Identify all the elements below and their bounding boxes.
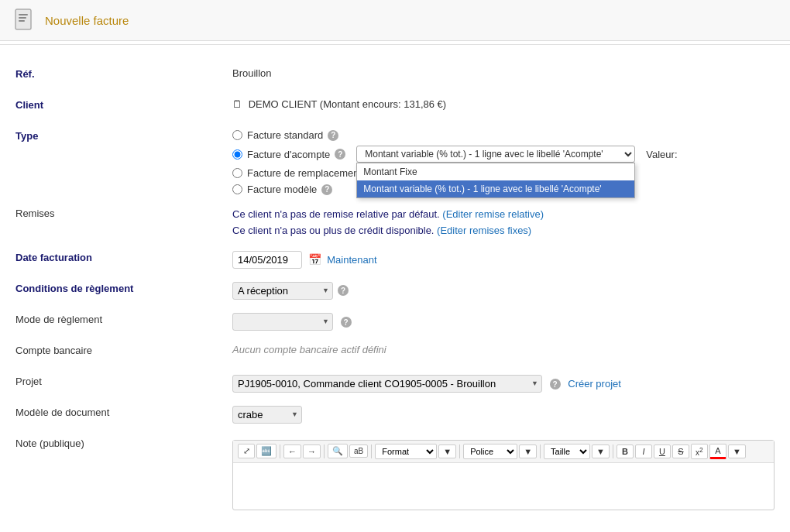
projet-label: Projet: [15, 372, 232, 387]
type-standard-label: Facture standard: [247, 129, 323, 141]
remises-line1-text: Ce client n'a pas de remise relative par…: [232, 208, 440, 220]
mode-help-icon[interactable]: ?: [341, 317, 352, 328]
facture-icon: [12, 8, 37, 33]
date-row: Date facturation 📅 Maintenant: [15, 249, 775, 270]
main-content: Réf. Brouillon Client 🗒 DEMO CLIENT (Mon…: [0, 53, 790, 532]
ref-label: Réf.: [15, 65, 232, 80]
underline-btn[interactable]: U: [654, 444, 671, 458]
date-input[interactable]: [232, 251, 302, 269]
remises-line1-link[interactable]: (Editer remise relative): [442, 208, 544, 220]
type-value: Facture standard ? Facture d'acompte ? M…: [232, 127, 775, 195]
remises-line1: Ce client n'a pas de remise relative par…: [232, 207, 775, 223]
conditions-row: Conditions de règlement A réception 30 j…: [15, 280, 775, 301]
bold-btn[interactable]: B: [617, 444, 634, 458]
font-color-btn[interactable]: A: [709, 444, 726, 459]
projet-select-container: PJ1905-0010, Commande client CO1905-0005…: [232, 375, 542, 393]
mode-select-container: Virement Chèque: [232, 313, 333, 331]
toolbar-sep-5: [540, 444, 541, 458]
type-standard-help-icon[interactable]: ?: [328, 130, 338, 141]
date-value: 📅 Maintenant: [232, 249, 775, 269]
type-acompte-label: Facture d'acompte: [247, 149, 330, 160]
acompte-popup-item-variable[interactable]: Montant variable (% tot.) - 1 ligne avec…: [357, 180, 634, 197]
italic-btn[interactable]: I: [635, 444, 652, 458]
remises-row: Remises Ce client n'a pas de remise rela…: [15, 204, 775, 239]
mode-row: Mode de règlement Virement Chèque ?: [15, 311, 775, 332]
format-select[interactable]: Format: [375, 444, 437, 459]
strike-btn[interactable]: S: [672, 444, 689, 458]
client-icon: 🗒: [232, 98, 242, 110]
type-modele-help-icon[interactable]: ?: [321, 184, 332, 195]
taille-select[interactable]: Taille: [544, 444, 590, 459]
note-editor: ⤢ 🔤 ← → 🔍 aB Format: [232, 440, 775, 510]
format-arrow-btn[interactable]: ▼: [438, 444, 456, 458]
client-value: 🗒 DEMO CLIENT (Montant encours: 131,86 €…: [232, 96, 775, 110]
client-text: DEMO CLIENT (Montant encours: 131,86 €): [249, 98, 447, 110]
taille-arrow-btn[interactable]: ▼: [592, 444, 610, 458]
editor-toolbar: ⤢ 🔤 ← → 🔍 aB Format: [233, 441, 774, 463]
conditions-select-container: A réception 30 jours 60 jours: [232, 282, 333, 300]
toolbar-sep-6: [613, 444, 613, 458]
modele-select[interactable]: crabe: [232, 406, 302, 424]
expand-btn[interactable]: ⤢: [238, 444, 255, 458]
superscript-btn[interactable]: x2: [691, 444, 708, 459]
replace-btn[interactable]: aB: [349, 444, 368, 458]
modele-doc-value: crabe: [232, 403, 775, 424]
spellcheck-btn[interactable]: 🔤: [256, 444, 276, 458]
conditions-select[interactable]: A réception 30 jours 60 jours: [232, 282, 333, 300]
maintenant-link[interactable]: Maintenant: [327, 254, 376, 266]
conditions-label: Conditions de règlement: [15, 280, 232, 294]
conditions-help-icon[interactable]: ?: [338, 285, 349, 296]
note-row: Note (publique) ⤢ 🔤 ← → 🔍 aB: [15, 434, 775, 510]
type-label: Type: [15, 127, 232, 142]
acompte-dropdown-popup: Montant Fixe Montant variable (% tot.) -…: [356, 163, 635, 198]
remises-value: Ce client n'a pas de remise relative par…: [232, 204, 775, 239]
mode-value: Virement Chèque ?: [232, 311, 775, 331]
compte-value: Aucun compte bancaire actif défini: [232, 342, 775, 355]
conditions-value: A réception 30 jours 60 jours ?: [232, 280, 775, 300]
type-standard-radio[interactable]: [232, 130, 242, 140]
calendar-icon[interactable]: 📅: [308, 253, 321, 266]
page-header: Nouvelle facture: [0, 0, 790, 41]
type-modele-label: Facture modèle: [247, 184, 317, 195]
acompte-select-wrapper: Montant Fixe Montant variable (% tot.) -…: [356, 146, 635, 163]
acompte-popup-item-fixe[interactable]: Montant Fixe: [357, 163, 634, 180]
acompte-dropdown-container: Montant Fixe Montant variable (% tot.) -…: [356, 146, 677, 163]
type-row: Type Facture standard ? Facture d'acompt…: [15, 127, 775, 195]
page-title: Nouvelle facture: [45, 14, 129, 27]
type-acompte-help-icon[interactable]: ?: [335, 149, 345, 160]
projet-select[interactable]: PJ1905-0010, Commande client CO1905-0005…: [232, 375, 542, 393]
undo-btn[interactable]: ←: [283, 444, 301, 458]
mode-select[interactable]: Virement Chèque: [232, 313, 333, 331]
projet-row: Projet PJ1905-0010, Commande client CO19…: [15, 372, 775, 394]
projet-value: PJ1905-0010, Commande client CO1905-0005…: [232, 372, 775, 393]
modele-select-container: crabe: [232, 406, 302, 424]
remises-line2-text: Ce client n'a pas ou plus de crédit disp…: [232, 225, 434, 236]
type-standard-row: Facture standard ?: [232, 129, 775, 141]
svg-rect-0: [15, 9, 31, 29]
client-label: Client: [15, 96, 232, 111]
type-acompte-radio[interactable]: [232, 149, 242, 160]
search-btn[interactable]: 🔍: [328, 444, 348, 458]
redo-btn[interactable]: →: [303, 444, 321, 458]
ref-row: Réf. Brouillon: [15, 65, 775, 87]
remises-line2: Ce client n'a pas ou plus de crédit disp…: [232, 223, 775, 239]
type-remplacement-label: Facture de remplacement: [247, 167, 362, 179]
mode-label: Mode de règlement: [15, 311, 232, 325]
creer-projet-link[interactable]: Créer projet: [568, 378, 621, 390]
type-remplacement-radio[interactable]: [232, 168, 242, 178]
type-radio-group: Facture standard ? Facture d'acompte ? M…: [232, 129, 775, 195]
acompte-select[interactable]: Montant Fixe Montant variable (% tot.) -…: [356, 146, 635, 163]
date-label: Date facturation: [15, 249, 232, 263]
police-arrow-btn[interactable]: ▼: [519, 444, 537, 458]
compte-label: Compte bancaire: [15, 342, 232, 356]
police-select[interactable]: Police: [463, 444, 517, 459]
toolbar-sep-2: [324, 444, 325, 458]
remises-label: Remises: [15, 204, 232, 219]
projet-help-icon[interactable]: ?: [550, 379, 561, 390]
note-editor-body[interactable]: [233, 463, 774, 510]
svg-rect-3: [19, 20, 25, 22]
type-modele-radio[interactable]: [232, 184, 242, 194]
svg-rect-1: [19, 14, 28, 15]
remises-line2-link[interactable]: (Editer remises fixes): [437, 225, 531, 236]
font-color-arrow-btn[interactable]: ▼: [728, 444, 746, 458]
